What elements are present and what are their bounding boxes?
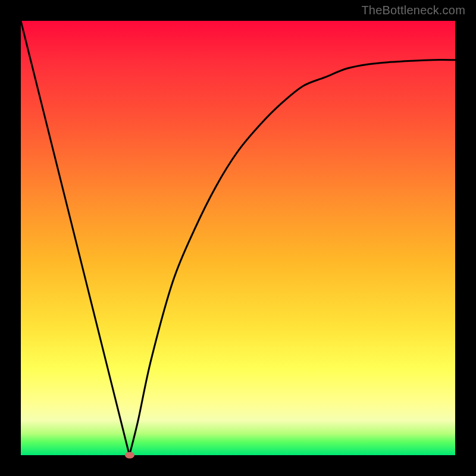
chart-frame: TheBottleneck.com	[0, 0, 476, 476]
watermark-label: TheBottleneck.com	[361, 4, 465, 17]
plot-area	[21, 21, 455, 455]
minimum-marker	[125, 452, 134, 459]
bottleneck-curve	[21, 21, 455, 455]
